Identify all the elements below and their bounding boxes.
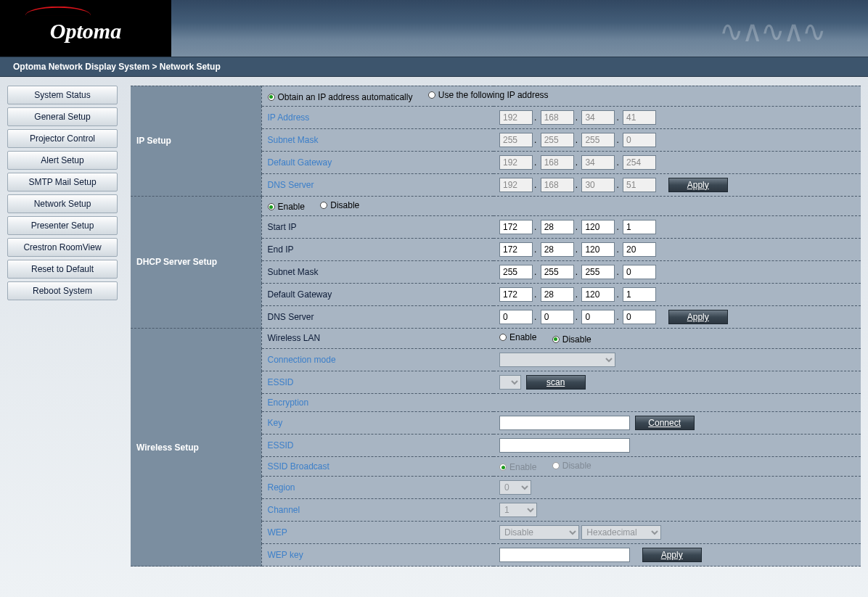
endip-d[interactable] — [623, 242, 656, 257]
ip-apply-button[interactable]: Apply — [668, 178, 728, 192]
dsn-c[interactable] — [581, 265, 615, 279]
radio-ssid-enable: Enable — [499, 462, 536, 472]
essid-select[interactable] — [499, 375, 521, 390]
logo-swoosh-icon — [25, 7, 91, 16]
config-table: IP Setup Obtain an IP address automatica… — [131, 86, 861, 567]
dgw-b[interactable] — [541, 287, 574, 302]
endip-c[interactable] — [581, 242, 615, 257]
endip-b[interactable] — [541, 242, 574, 257]
pulse-icon: ∿∧∿∧∿ — [719, 15, 824, 48]
section-wireless: Wireless Setup — [131, 329, 261, 567]
wep-key-input[interactable] — [499, 548, 630, 562]
sn-a[interactable] — [499, 133, 533, 147]
key-input[interactable] — [499, 416, 630, 430]
channel-select[interactable]: 1 — [499, 503, 537, 517]
conn-mode-select[interactable] — [499, 353, 615, 367]
sidebar-item-general-setup[interactable]: General Setup — [7, 107, 118, 126]
essid2-label: ESSID — [261, 434, 494, 456]
ddns-d[interactable] — [623, 310, 656, 324]
dsn-b[interactable] — [541, 265, 574, 279]
radio-dhcp-disable[interactable]: Disable — [320, 200, 359, 210]
start-ip-label: Start IP — [261, 216, 494, 239]
dhcp-apply-button[interactable]: Apply — [668, 310, 728, 324]
startip-c[interactable] — [581, 220, 615, 234]
wireless-apply-button[interactable]: Apply — [642, 548, 702, 562]
radio-manual-ip-label: Use the following IP address — [438, 90, 549, 100]
ssid-broadcast-label: SSID Broadcast — [261, 456, 494, 477]
sn-b[interactable] — [541, 133, 574, 147]
wep-key-label: WEP key — [261, 544, 494, 567]
sidebar-item-presenter-setup[interactable]: Presenter Setup — [7, 216, 118, 235]
gw-b[interactable] — [541, 155, 574, 170]
ip-a[interactable] — [499, 110, 533, 125]
radio-manual-ip[interactable]: Use the following IP address — [428, 90, 549, 100]
ddns-b[interactable] — [541, 310, 574, 324]
sidebar-item-smtp-mail-setup[interactable]: SMTP Mail Setup — [7, 173, 118, 192]
dgw-d[interactable] — [623, 287, 656, 302]
ip-d[interactable] — [623, 110, 656, 125]
encryption-label: Encryption — [261, 393, 494, 411]
ddns-c[interactable] — [581, 310, 615, 324]
dsn-d[interactable] — [623, 265, 656, 279]
sn-c[interactable] — [581, 133, 615, 147]
channel-label: Channel — [261, 499, 494, 522]
ip-address-value: . . . — [494, 106, 861, 128]
startip-d[interactable] — [623, 220, 656, 234]
dgw-a[interactable] — [499, 287, 533, 302]
wep-mode-select[interactable]: Disable — [499, 525, 579, 540]
region-select[interactable]: 0 — [499, 480, 531, 495]
startip-a[interactable] — [499, 220, 533, 234]
radio-off-icon — [428, 91, 435, 99]
header-art: ∿∧∿∧∿ — [171, 0, 868, 57]
ip-b[interactable] — [541, 110, 574, 125]
section-ip-setup: IP Setup — [131, 86, 261, 197]
connect-button[interactable]: Connect — [635, 416, 695, 430]
ddns-a[interactable] — [499, 310, 533, 324]
radio-ssid-disable: Disable — [552, 461, 591, 471]
dhcp-dns-label: DNS Server — [261, 306, 494, 329]
radio-off-icon — [499, 334, 507, 341]
sidebar-item-network-setup[interactable]: Network Setup — [7, 194, 118, 213]
radio-icon — [552, 462, 560, 469]
dns-d[interactable] — [623, 178, 656, 192]
main: System Status General Setup Projector Co… — [0, 77, 868, 597]
radio-on-icon — [268, 203, 275, 210]
dns-c[interactable] — [581, 178, 615, 192]
endip-a[interactable] — [499, 242, 533, 257]
essid-input[interactable] — [499, 438, 630, 453]
radio-wlan-disable[interactable]: Disable — [552, 334, 591, 345]
wlan-label: Wireless LAN — [261, 329, 494, 349]
radio-on-icon — [268, 94, 275, 101]
startip-b[interactable] — [541, 220, 574, 234]
gw-d[interactable] — [623, 155, 656, 170]
wep-label: WEP — [261, 522, 494, 544]
radio-wlan-enable[interactable]: Enable — [499, 332, 536, 342]
subnet-label: Subnet Mask — [261, 128, 494, 151]
sidebar-item-projector-control[interactable]: Projector Control — [7, 129, 118, 148]
dsn-a[interactable] — [499, 265, 533, 279]
wep-format-select[interactable]: Hexadecimal — [581, 525, 661, 540]
dns-a[interactable] — [499, 178, 533, 192]
radio-icon — [499, 464, 507, 471]
sn-d[interactable] — [623, 133, 656, 147]
scan-button[interactable]: scan — [526, 375, 586, 390]
sidebar: System Status General Setup Projector Co… — [7, 86, 118, 590]
dns-b[interactable] — [541, 178, 574, 192]
sidebar-item-alert-setup[interactable]: Alert Setup — [7, 151, 118, 170]
radio-dhcp-enable[interactable]: Enable — [268, 202, 305, 212]
dgw-c[interactable] — [581, 287, 615, 302]
sidebar-item-crestron-roomview[interactable]: Crestron RoomView — [7, 238, 118, 257]
radio-auto-ip[interactable]: Obtain an IP address automatically — [268, 92, 413, 102]
region-label: Region — [261, 477, 494, 499]
dhcp-gateway-label: Default Gateway — [261, 284, 494, 306]
sidebar-item-system-status[interactable]: System Status — [7, 86, 118, 104]
gateway-label: Default Gateway — [261, 151, 494, 173]
gw-a[interactable] — [499, 155, 533, 170]
gw-c[interactable] — [581, 155, 615, 170]
sidebar-item-reset-default[interactable]: Reset to Default — [7, 260, 118, 279]
ip-address-label: IP Address — [261, 106, 494, 128]
section-dhcp: DHCP Server Setup — [131, 196, 261, 329]
sidebar-item-reboot-system[interactable]: Reboot System — [7, 281, 118, 300]
ip-c[interactable] — [581, 110, 615, 125]
logo-text: Optoma — [50, 19, 121, 44]
